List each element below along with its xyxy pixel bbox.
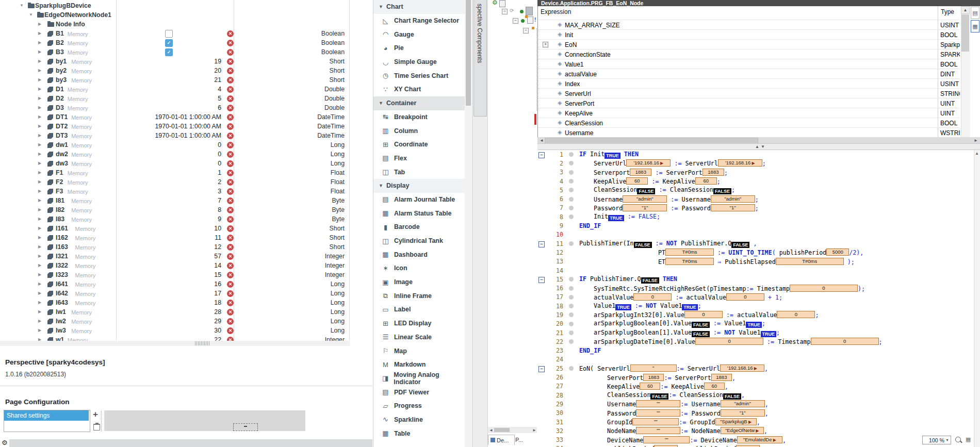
code-line-4[interactable]: 4KeepAlive60 := KeepAlive60;	[537, 177, 974, 186]
code-text[interactable]: arSparkplugInt32[0].Value0 := actualValu…	[577, 311, 819, 319]
monitor-value-box[interactable]: 1883	[703, 169, 724, 176]
chevron-right-icon[interactable]: ▶	[38, 217, 41, 221]
chevron-right-icon[interactable]: ▶	[38, 309, 41, 314]
tree-row-DT2[interactable]: ▶DT2Memory1970-01-01 1:00:00 AM✕DateTime	[0, 122, 372, 131]
monitor-value-box[interactable]: 60	[640, 383, 660, 390]
chevron-right-icon[interactable]: ▶	[38, 31, 41, 36]
monitor-value-box[interactable]: ""	[636, 427, 680, 434]
code-line-15[interactable]: −15IF PublishTimer.QFALSE THEN	[537, 275, 974, 284]
scroll-up-arrow[interactable]: ▲	[961, 6, 970, 14]
chevron-right-icon[interactable]: ▶	[38, 337, 41, 341]
scroll-left-arrow[interactable]: ◄	[489, 428, 493, 433]
monitor-value-box[interactable]: "EdgeOfNetw ▶	[721, 427, 764, 434]
tree-row-I643[interactable]: ▶I643Memory18✕Long	[0, 298, 372, 307]
monitor-value-box[interactable]: 0	[654, 445, 678, 447]
monitor-value-box[interactable]: ""	[643, 436, 690, 443]
palette-item-xy-chart[interactable]: ∵XY Chart	[373, 82, 465, 96]
column-divider[interactable]	[116, 0, 117, 340]
grid-icon[interactable]: ▦	[966, 436, 971, 443]
tree-row-DT1[interactable]: ▶DT1Memory1970-01-01 1:00:00 AM✕DateTime	[0, 112, 372, 122]
palette-item-chart-range-selector[interactable]: ◺Chart Range Selector	[373, 14, 465, 28]
code-line-17[interactable]: 17actualValue0 := actualValue0 + 1;	[537, 293, 974, 302]
tree-row-B3[interactable]: ▶B3Memory✓✕Boolean	[0, 47, 372, 57]
palette-section-chart[interactable]: ▼Chart	[373, 0, 465, 14]
monitor-value-box[interactable]: T#0ms	[665, 258, 714, 265]
monitor-value-box[interactable]: T#0ms	[776, 258, 844, 265]
chevron-right-icon[interactable]: ▶	[38, 170, 41, 175]
chevron-right-icon[interactable]: ▶	[38, 207, 41, 212]
code-text[interactable]: IF PublishTimer.QFALSE THEN	[577, 275, 677, 284]
monitor-value-false[interactable]: FALSE	[641, 277, 659, 284]
tag-value-checkbox[interactable]: ✓	[165, 48, 173, 56]
watch-row-actualValue[interactable]: ◈actualValueDINT	[538, 69, 959, 79]
monitor-value-box[interactable]: 0	[695, 338, 763, 345]
chevron-right-icon[interactable]: ▶	[38, 114, 41, 119]
tab-devices[interactable]: De...	[488, 435, 515, 445]
structured-text-editor[interactable]: −1IF InitTRUE THEN2ServerUrl'192.168.16 …	[537, 150, 974, 447]
monitor-value-box[interactable]: '192.168.16 ▶	[626, 159, 671, 167]
code-line-25[interactable]: −25EoN( ServerUrl'':= ServerUrl'192.168.…	[537, 364, 974, 373]
tree-row-I82[interactable]: ▶I82Memory8✕Byte	[0, 205, 372, 214]
watch-row-ServerUrl[interactable]: ◈ServerUrlSTRING	[538, 88, 959, 98]
chevron-right-icon[interactable]: ▶	[38, 328, 41, 333]
palette-item-markdown[interactable]: MMarkdown	[373, 358, 465, 372]
tree-row-lw3[interactable]: ▶lw3Memory30✕Long	[0, 326, 372, 335]
palette-item-alarm-journal-table[interactable]: ▤Alarm Journal Table	[373, 193, 465, 207]
palette-item-simple-gauge[interactable]: ◡Simple Gauge	[373, 55, 465, 69]
palette-item-image[interactable]: ▣Image	[373, 275, 465, 289]
tree-row-D3[interactable]: ▶D3Memory6✕Double	[0, 103, 372, 112]
code-line-14[interactable]: 14	[537, 266, 974, 275]
monitor-value-box[interactable]: ""	[636, 409, 680, 417]
chevron-down-icon[interactable]: ▼	[29, 12, 33, 17]
monitor-value-box[interactable]: 60	[704, 383, 725, 390]
monitor-value-box[interactable]: ""	[636, 400, 680, 407]
code-line-26[interactable]: 26ServerPort1883:= ServerPort1883,	[537, 373, 974, 382]
tree-row-I321[interactable]: ▶I321Memory57✕Integer	[0, 252, 372, 261]
chevron-right-icon[interactable]: ▶	[38, 282, 41, 286]
code-line-19[interactable]: 19arSparkplugInt32[0].Value0 := actualVa…	[537, 310, 974, 319]
monitor-value-true[interactable]: TRUE	[608, 215, 624, 221]
monitor-value-box[interactable]: "admin"	[721, 400, 765, 407]
code-text[interactable]: ServerUrl'192.168.16 ▶ := ServerUrl'192.…	[577, 159, 766, 167]
code-line-20[interactable]: 20arSparkplugBoolean[0].ValueFALSE := Va…	[537, 320, 974, 328]
chevron-right-icon[interactable]: ▶	[38, 198, 41, 203]
chevron-right-icon[interactable]: ▶	[38, 105, 41, 110]
code-text[interactable]: actualValue0 := actualValue0 + 1;	[577, 293, 782, 301]
tree-row-D1[interactable]: ▶D1Memory4✕Double	[0, 85, 372, 94]
table-view-button[interactable]: ▦	[971, 20, 979, 32]
palette-item-flex[interactable]: ▤Flex	[373, 152, 465, 165]
code-line-7[interactable]: 7Password"1" := Password"1";	[537, 204, 974, 212]
code-text[interactable]: arSparkplugBoolean[1].ValueFALSE := NOT …	[577, 329, 780, 337]
chevron-right-icon[interactable]: ▶	[38, 59, 41, 63]
palette-item-dashboard[interactable]: ▦Dashboard	[373, 247, 465, 261]
code-text[interactable]: GroupId"":= GroupId"SparkplugB ▶,	[577, 418, 760, 426]
code-line-8[interactable]: 8InitTRUE := FALSE;	[537, 212, 974, 221]
monitor-value-box[interactable]: 60	[626, 177, 648, 185]
code-text[interactable]: END_IF	[577, 222, 601, 229]
monitor-value-true[interactable]: TRUE	[761, 331, 777, 337]
palette-item-breakpoint[interactable]: ↹Breakpoint	[373, 110, 465, 124]
tag-value-checkbox[interactable]: ✓	[165, 39, 173, 47]
tree-row-I162[interactable]: ▶I162Memory11✕Short	[0, 233, 372, 242]
code-line-10[interactable]: 10	[537, 230, 974, 239]
tree-row-I322[interactable]: ▶I322Memory14✕Integer	[0, 261, 372, 270]
chevron-right-icon[interactable]: ▶	[38, 272, 41, 277]
code-text[interactable]: END_IF	[577, 347, 601, 354]
code-line-28[interactable]: 28CleanSessionFALSE:= CleanSessionFALSE,	[537, 391, 974, 400]
code-line-29[interactable]: 29Username"":= Username"admin",	[537, 400, 974, 408]
palette-item-pie[interactable]: ◕Pie	[373, 41, 465, 55]
chevron-right-icon[interactable]: ▶	[38, 226, 41, 230]
code-text[interactable]: PublishTimer(InFALSE := NOT PublishTimer…	[577, 240, 757, 248]
tree-row-I323[interactable]: ▶I323Memory15✕Integer	[0, 270, 372, 279]
tree-row-Node Info[interactable]: ▶Node Info	[0, 20, 372, 29]
code-text[interactable]: SysTimeRtc.SysTimeRtcHighResGet(pTimesta…	[577, 285, 865, 292]
palette-item-barcode[interactable]: ▮Barcode	[373, 220, 465, 234]
code-text[interactable]: DeviceName"":= DeviceName"EmulatedDe ▶,	[577, 436, 786, 444]
perspective-components-tab[interactable]: spective Components	[473, 0, 487, 117]
zoom-dropdown-arrow[interactable]: ▼	[945, 438, 949, 442]
column-divider[interactable]	[234, 0, 234, 340]
monitor-value-box[interactable]: 1883	[643, 374, 664, 381]
tree-row-B1[interactable]: ▶B1Memory✕Boolean	[0, 29, 372, 38]
chevron-right-icon[interactable]: ▶	[38, 77, 41, 82]
monitor-value-box[interactable]: "1"	[721, 409, 765, 417]
